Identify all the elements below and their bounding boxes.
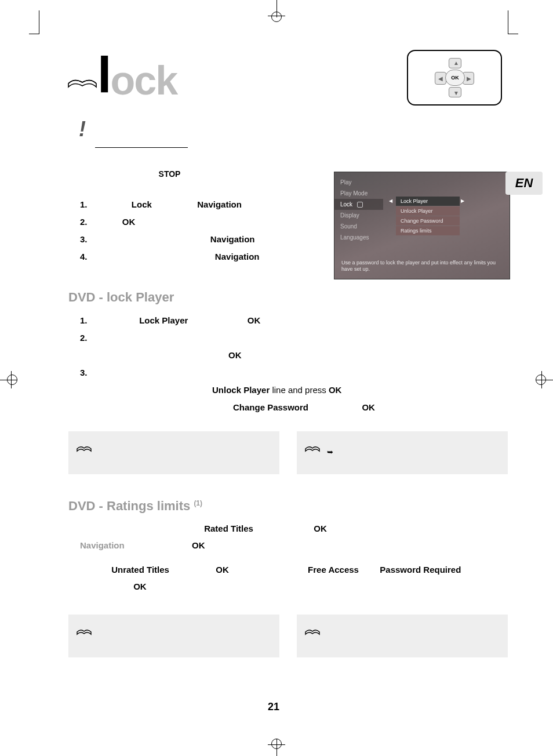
dpad-icon: ▲ ▼ ◀ ▶ OK (431, 58, 478, 97)
step-row: 3. Navigation (80, 231, 508, 248)
registration-mark (268, 739, 285, 756)
language-tab: EN (505, 172, 543, 195)
step-row: 1. Lock Navigation (80, 196, 508, 213)
book-icon (77, 439, 92, 452)
step-row: 3. Unlock Player line and press OK Chang… (80, 364, 508, 416)
attention-icon: ! (79, 117, 100, 143)
remote-nav-box: ▲ ▼ ◀ ▶ OK (407, 50, 502, 106)
divider (95, 147, 188, 148)
book-icon (67, 66, 97, 89)
step-row: 2. OK (80, 213, 508, 231)
note-box (68, 615, 279, 657)
stop-label: STOP (159, 169, 181, 179)
note-box: ➥ (297, 431, 508, 474)
chevron-down-icon: ▼ (453, 90, 459, 96)
ratings-block: Rated Titles OK Navigation OK Unrated Ti… (68, 521, 508, 595)
heading-ratings: DVD - Ratings limits (1) (68, 499, 508, 514)
chevron-left-icon: ◀ (438, 75, 443, 82)
book-icon (305, 439, 320, 452)
page-number: 21 (39, 701, 508, 713)
title-letter: l (97, 46, 110, 103)
crop-mark (508, 10, 518, 34)
registration-mark (536, 371, 553, 388)
stop-line: xxxxx xxxxx xxxxx xxxxx STOP (68, 169, 508, 179)
ok-button-icon: OK (445, 70, 465, 86)
book-icon (77, 623, 92, 635)
steps-list-b: 1. Lock Player OK 2. OK 3. (80, 312, 508, 416)
step-row: 2. OK (80, 329, 508, 364)
page-title: lock (97, 48, 177, 107)
steps-list-a: 1. Lock Navigation 2. OK 3. Navigation 4… (80, 196, 508, 266)
chevron-right-icon: ▶ (467, 75, 471, 82)
step-row: 1. Lock Player OK (80, 312, 508, 329)
title-rest: ock (110, 58, 177, 103)
chevron-up-icon: ▲ (453, 60, 459, 66)
registration-mark (268, 0, 285, 17)
note-row-1: ➥ (68, 431, 508, 474)
note-row-2 (68, 615, 508, 657)
note-box (68, 431, 279, 474)
book-icon (305, 623, 320, 635)
heading-lock-player: DVD - lock Player (68, 290, 508, 305)
arrow-right-icon: ➥ (327, 448, 333, 456)
step-row: 4. Navigation (80, 248, 508, 266)
crop-mark (29, 10, 39, 34)
registration-mark (0, 371, 17, 388)
note-box (297, 615, 508, 657)
